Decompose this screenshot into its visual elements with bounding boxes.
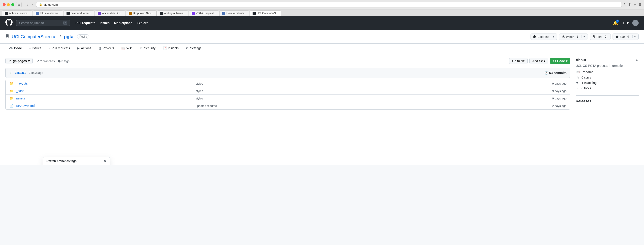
commits-history-icon: 🕐 — [544, 71, 548, 75]
user-avatar[interactable] — [632, 20, 638, 26]
nav-pull-requests[interactable]: Pull requests — [76, 21, 95, 25]
address-bar[interactable]: 🔒 github.com — [36, 2, 622, 8]
about-stat-forks[interactable]: ⑂ 0 forks — [576, 86, 638, 90]
about-stat-stars[interactable]: ☆ 0 stars — [576, 76, 638, 79]
nav-tab-actions[interactable]: ▶ Actions — [74, 44, 95, 53]
tab-favicon-2 — [66, 12, 70, 15]
tags-count-label: 0 tags — [62, 59, 70, 63]
code-dropdown-button[interactable]: Code ▾ — [550, 58, 570, 64]
notification-icon[interactable]: 🔔 2 — [613, 21, 618, 26]
folder-icon-0: 📁 — [9, 82, 13, 85]
new-menu-button[interactable]: ＋ ▾ — [622, 20, 629, 26]
tab-4[interactable]: Dropdown Navi... — [126, 10, 156, 16]
code-icon: <> — [9, 46, 12, 50]
tab-2[interactable]: cayman-theme/... — [64, 10, 94, 16]
add-file-dropdown-icon: ▾ — [544, 59, 545, 63]
share-icon[interactable]: ⬆ — [628, 2, 631, 7]
nav-tab-pull-requests[interactable]: ⑂ Pull requests — [45, 44, 74, 53]
file-name-0[interactable]: _layouts — [16, 82, 193, 85]
watch-label: Watch — [566, 35, 574, 39]
about-stat-watching[interactable]: 👁 1 watching — [576, 81, 638, 85]
file-name-2[interactable]: assets — [16, 97, 193, 100]
watch-button[interactable]: Watch 1 ▾ — [559, 34, 588, 40]
nav-tab-code[interactable]: <> Code — [6, 44, 26, 53]
browser-chrome: ⊞ ‹ › 🔒 github.com ↻ ⬆ ＋ ⊞ — [0, 0, 644, 10]
file-name-1[interactable]: _sass — [16, 89, 193, 93]
commits-count-link[interactable]: 🕐 53 commits — [544, 71, 566, 75]
file-toolbar: gh-pages ▾ 2 branches 0 tags Go to file — [6, 58, 570, 64]
tab-5[interactable]: Adding a theme... — [157, 10, 188, 16]
goto-file-button[interactable]: Go to file — [509, 58, 528, 64]
nav-tab-wiki-label: Wiki — [126, 46, 132, 50]
github-logo[interactable] — [6, 19, 12, 27]
repo-visibility-badge: Public — [77, 35, 90, 39]
add-tab-icon[interactable]: ＋ — [633, 2, 636, 7]
header-actions: 🔔 2 ＋ ▾ — [613, 20, 638, 26]
tab-6[interactable]: PGTA Request... — [189, 10, 219, 16]
close-traffic-light[interactable] — [3, 3, 6, 6]
nav-tab-security[interactable]: 🛡 Security — [136, 44, 159, 53]
repo-owner[interactable]: UCLComputerScience — [12, 34, 56, 39]
nav-marketplace[interactable]: Marketplace — [114, 21, 132, 25]
content-main: gh-pages ▾ 2 branches 0 tags Go to file — [6, 58, 570, 110]
add-file-button[interactable]: Add file ▾ — [530, 58, 548, 64]
forward-button[interactable]: › — [30, 2, 34, 7]
reload-icon[interactable]: ↻ — [624, 2, 626, 7]
fork-button[interactable]: Fork 0 — [590, 34, 611, 40]
star-button[interactable]: Star 0 ▾ — [612, 34, 638, 40]
commit-count-label: commits — [554, 71, 566, 75]
star-dropdown[interactable]: ▾ — [632, 35, 636, 38]
grid-icon[interactable]: ⊞ — [638, 2, 641, 7]
dropdown-close-button[interactable]: ✕ — [103, 159, 106, 163]
projects-icon: ▦ — [98, 46, 101, 50]
sidebar-toggle-button[interactable]: ⊞ — [16, 2, 22, 7]
nav-tab-security-label: Security — [144, 46, 156, 50]
tags-count[interactable]: 0 tags — [58, 59, 70, 63]
edit-pins-button[interactable]: Edit Pins ▾ — [530, 34, 557, 40]
back-button[interactable]: ‹ — [25, 2, 29, 7]
github-header: Search or jump to... / Pull requests Iss… — [0, 16, 644, 30]
about-title: About — [576, 58, 586, 62]
star-count: 0 — [626, 35, 630, 39]
tab-8[interactable]: UCLComputerS... — [250, 10, 281, 16]
about-stat-readme[interactable]: 📖 Readme — [576, 70, 638, 74]
content-area: gh-pages ▾ 2 branches 0 tags Go to file — [0, 53, 644, 114]
nav-tab-issues[interactable]: ○ Issues — [26, 44, 45, 53]
settings-icon: ⚙ — [186, 46, 189, 50]
nav-explore[interactable]: Explore — [136, 21, 148, 25]
tab-favicon-4 — [129, 12, 132, 15]
table-row: 📄 README.md updated readme 2 days ago — [6, 102, 570, 109]
fullscreen-traffic-light[interactable] — [11, 3, 14, 6]
nav-tab-pr-label: Pull requests — [52, 46, 70, 50]
nav-tab-wiki[interactable]: 📖 Wiki — [118, 44, 136, 53]
minimize-traffic-light[interactable] — [7, 3, 10, 6]
search-bar[interactable]: Search or jump to... / — [16, 20, 70, 26]
folder-icon-2: 📁 — [9, 97, 13, 100]
repo-name[interactable]: pgta — [64, 34, 74, 39]
file-name-3[interactable]: README.md — [16, 104, 193, 108]
tab-0[interactable]: Actions · nichol... — [2, 10, 32, 16]
nav-tab-insights[interactable]: 📈 Insights — [159, 44, 182, 53]
branch-selector-button[interactable]: gh-pages ▾ — [6, 58, 32, 64]
repo-icon — [6, 35, 9, 39]
watch-dropdown[interactable]: ▾ — [582, 35, 585, 38]
edit-pins-dropdown[interactable]: ▾ — [551, 35, 554, 38]
tab-label-8: UCLComputerS... — [257, 12, 278, 15]
tab-7[interactable]: How to calcula... — [219, 10, 249, 16]
nav-tab-settings[interactable]: ⚙ Settings — [182, 44, 205, 53]
nav-tab-projects[interactable]: ▦ Projects — [95, 44, 118, 53]
commit-hash[interactable]: 9258368 — [15, 71, 26, 75]
tab-label-5: Adding a theme... — [164, 12, 186, 15]
security-icon: 🛡 — [140, 46, 143, 50]
releases-title: Releases — [576, 95, 638, 103]
tab-label-4: Dropdown Navi... — [133, 12, 154, 15]
file-icon-3: 📄 — [9, 104, 13, 108]
content-sidebar: About ⚙ UCL CS PGTA process information … — [576, 58, 638, 110]
nav-issues[interactable]: Issues — [100, 21, 110, 25]
about-stats: 📖 Readme ☆ 0 stars 👁 1 watching ⑂ 0 fork… — [576, 70, 638, 90]
branches-count[interactable]: 2 branches — [36, 59, 54, 63]
forks-label: 0 forks — [582, 86, 591, 90]
tab-1[interactable]: https://nicholso... — [33, 10, 63, 16]
about-gear-icon[interactable]: ⚙ — [636, 58, 638, 62]
tab-3[interactable]: Accessible Dro... — [95, 10, 125, 16]
